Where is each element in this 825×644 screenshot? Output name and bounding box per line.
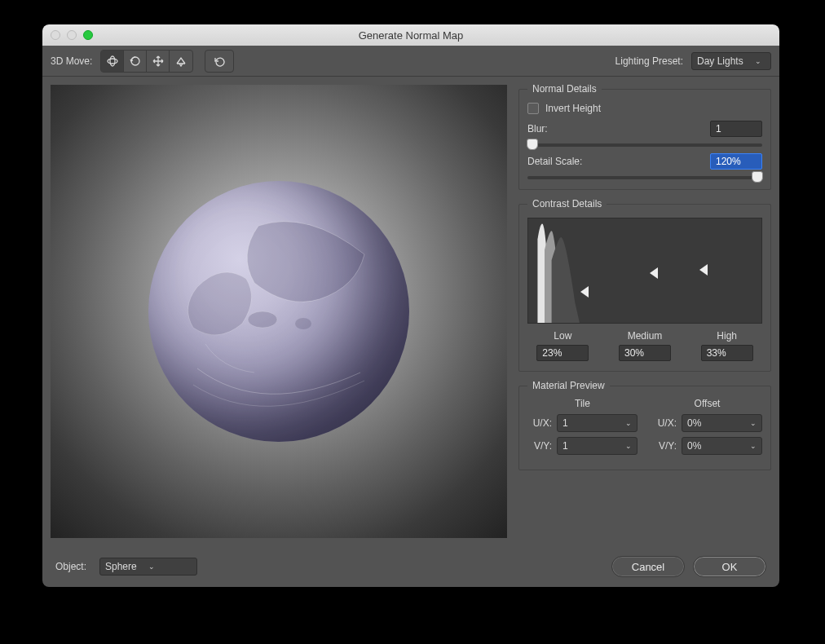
contrast-handle-high[interactable] xyxy=(699,264,708,276)
offset-vy-value: 0% xyxy=(687,440,701,452)
chevron-down-icon: ⌄ xyxy=(625,442,632,450)
contrast-high-input[interactable] xyxy=(701,345,753,361)
slide-tool-button[interactable] xyxy=(170,51,192,72)
chevron-down-icon: ⌄ xyxy=(625,419,632,427)
tile-ux-value: 1 xyxy=(562,417,568,429)
tile-column: Tile U/X: 1 ⌄ V/Y: 1 ⌄ xyxy=(527,399,638,460)
lighting-label: Lighting Preset: xyxy=(615,55,683,67)
roll-tool-button[interactable] xyxy=(124,51,147,72)
ok-button[interactable]: OK xyxy=(693,556,766,577)
contrast-handle-medium[interactable] xyxy=(650,267,658,279)
tile-ux-label: U/X: xyxy=(527,417,552,429)
right-pane: Normal Details Invert Height Blur: Detai… xyxy=(515,77,779,546)
svg-point-3 xyxy=(248,311,277,328)
reset-button[interactable] xyxy=(205,51,233,72)
detail-scale-input[interactable] xyxy=(710,153,762,170)
tile-vy-label: V/Y: xyxy=(527,440,552,452)
lighting-preset-value: Day Lights xyxy=(697,55,743,67)
tile-vy-value: 1 xyxy=(562,440,568,452)
object-label: Object: xyxy=(55,561,86,572)
invert-height-checkbox[interactable] xyxy=(527,103,539,114)
lighting-preset-group: Lighting Preset: Day Lights ⌄ xyxy=(615,52,771,70)
offset-ux-label: U/X: xyxy=(652,417,677,429)
blur-slider[interactable] xyxy=(527,143,762,147)
contrast-medium-label: Medium xyxy=(628,330,663,342)
move-tool-group xyxy=(100,50,193,73)
normal-details-fieldset: Normal Details Invert Height Blur: Detai… xyxy=(518,83,771,190)
traffic-lights xyxy=(51,30,93,40)
material-preview-legend: Material Preview xyxy=(527,380,610,391)
detail-scale-slider[interactable] xyxy=(527,176,762,179)
contrast-details-legend: Contrast Details xyxy=(527,198,607,210)
svg-point-1 xyxy=(110,56,115,66)
svg-point-0 xyxy=(108,59,117,64)
contrast-high-label: High xyxy=(717,330,737,342)
tile-label: Tile xyxy=(527,398,638,409)
blur-slider-thumb[interactable] xyxy=(527,139,538,150)
detail-scale-slider-thumb[interactable] xyxy=(752,171,763,183)
offset-ux-select[interactable]: 0% ⌄ xyxy=(682,414,762,432)
lighting-preset-select[interactable]: Day Lights ⌄ xyxy=(691,52,771,70)
left-pane xyxy=(42,77,515,546)
tile-ux-select[interactable]: 1 ⌄ xyxy=(557,414,638,432)
footer: Object: Sphere ⌄ Cancel OK xyxy=(42,546,779,587)
undo-group xyxy=(205,50,234,73)
blur-label: Blur: xyxy=(527,123,601,135)
contrast-medium-input[interactable] xyxy=(619,345,671,361)
preview-viewport[interactable] xyxy=(51,85,507,538)
contrast-col-medium: Medium xyxy=(610,330,681,361)
titlebar: Generate Normal Map xyxy=(42,24,779,46)
contrast-low-label: Low xyxy=(554,330,571,342)
contrast-low-input[interactable] xyxy=(536,345,589,361)
material-preview-fieldset: Material Preview Tile U/X: 1 ⌄ V/Y: xyxy=(518,380,771,470)
offset-ux-value: 0% xyxy=(687,417,701,429)
pan-tool-button[interactable] xyxy=(147,51,170,72)
chevron-down-icon: ⌄ xyxy=(755,57,761,65)
offset-label: Offset xyxy=(652,398,762,409)
contrast-values-row: Low Medium High xyxy=(527,330,762,361)
blur-input[interactable] xyxy=(710,121,762,137)
content-area: Normal Details Invert Height Blur: Detai… xyxy=(42,77,779,546)
object-select[interactable]: Sphere ⌄ xyxy=(99,558,197,576)
close-icon[interactable] xyxy=(51,30,60,40)
window-title: Generate Normal Map xyxy=(42,29,779,42)
offset-vy-select[interactable]: 0% ⌄ xyxy=(682,437,762,455)
preview-sphere xyxy=(148,181,409,442)
cancel-button[interactable]: Cancel xyxy=(611,556,685,577)
histogram-chart-icon xyxy=(528,218,761,323)
sphere-detail-icon xyxy=(148,181,409,442)
normal-details-legend: Normal Details xyxy=(527,83,602,95)
tile-vy-select[interactable]: 1 ⌄ xyxy=(557,437,638,455)
chevron-down-icon: ⌄ xyxy=(750,442,757,450)
contrast-histogram[interactable] xyxy=(527,218,762,324)
toolbar: 3D Move: Lighting Preset: Day Lights xyxy=(42,46,779,77)
detail-scale-label: Detail Scale: xyxy=(527,156,601,167)
chevron-down-icon: ⌄ xyxy=(148,562,155,571)
chevron-down-icon: ⌄ xyxy=(750,419,757,427)
invert-height-label: Invert Height xyxy=(545,103,601,114)
contrast-col-low: Low xyxy=(527,330,598,361)
object-value: Sphere xyxy=(105,561,137,572)
orbit-tool-button[interactable] xyxy=(101,51,124,72)
contrast-handle-low[interactable] xyxy=(580,286,589,298)
dialog-window: Generate Normal Map 3D Move: Lighting Pr… xyxy=(42,24,779,587)
offset-column: Offset U/X: 0% ⌄ V/Y: 0% xyxy=(652,399,762,460)
maximize-icon[interactable] xyxy=(83,30,93,40)
contrast-col-high: High xyxy=(691,330,762,361)
offset-vy-label: V/Y: xyxy=(652,440,677,452)
contrast-details-fieldset: Contrast Details Low xyxy=(518,198,771,372)
move-label: 3D Move: xyxy=(51,55,92,67)
minimize-icon[interactable] xyxy=(67,30,77,40)
svg-point-4 xyxy=(295,318,311,329)
